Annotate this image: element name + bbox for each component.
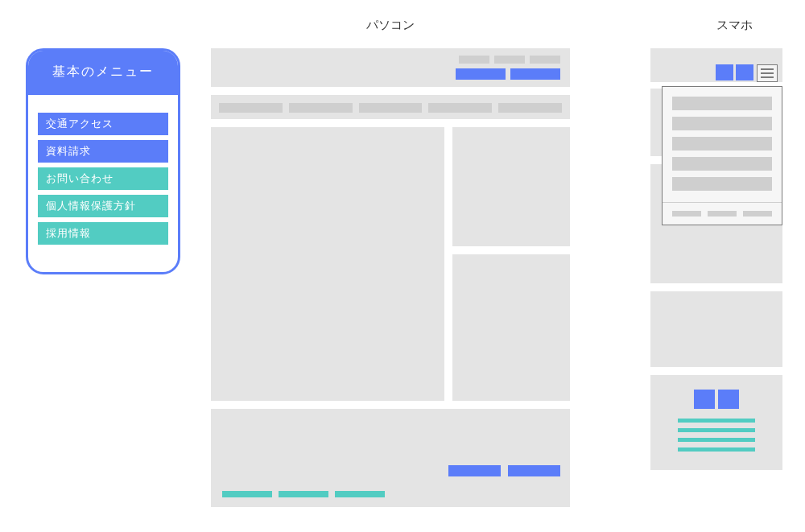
sp-dropdown-menu	[662, 86, 782, 225]
pc-side-block	[452, 254, 570, 401]
pc-footer-links	[222, 491, 385, 497]
sp-dropdown-separator	[663, 202, 782, 203]
sp-content-block	[650, 291, 782, 367]
pc-nav-item[interactable]	[498, 103, 562, 113]
column-title-pc: パソコン	[366, 18, 415, 33]
sp-dropdown-sub-item[interactable]	[672, 211, 701, 217]
pc-header-button[interactable]	[510, 68, 560, 80]
pc-nav-item[interactable]	[289, 103, 353, 113]
sp-footer-links	[678, 419, 755, 452]
column-title-smartphone: スマホ	[716, 18, 753, 33]
pc-header-link[interactable]	[530, 56, 560, 64]
pc-footer-link[interactable]	[279, 491, 328, 497]
sp-footer-link[interactable]	[678, 447, 755, 452]
sp-footer-button[interactable]	[694, 390, 715, 409]
sp-footer-link[interactable]	[678, 419, 755, 423]
pc-footer-button[interactable]	[448, 465, 501, 476]
pc-wireframe	[211, 48, 570, 507]
sp-dropdown-item[interactable]	[672, 177, 772, 191]
sp-dropdown-item[interactable]	[672, 117, 772, 130]
sidebar-menu-card: 基本のメニュー 交通アクセス 資料請求 お問い合わせ 個人情報保護方針 採用情報	[26, 48, 180, 274]
hamburger-bar	[761, 72, 774, 74]
menu-item-contact[interactable]: お問い合わせ	[38, 167, 168, 190]
sp-footer-buttons	[694, 390, 739, 409]
pc-footer-button[interactable]	[508, 465, 560, 476]
sp-dropdown-sub-item[interactable]	[708, 211, 737, 217]
sp-dropdown-item[interactable]	[672, 137, 772, 151]
sp-dropdown-item[interactable]	[672, 157, 772, 171]
pc-main-left	[211, 127, 444, 401]
hamburger-bar	[761, 76, 774, 78]
pc-footer	[211, 409, 570, 507]
pc-nav-item[interactable]	[359, 103, 423, 113]
menu-item-recruit[interactable]: 採用情報	[38, 222, 168, 245]
sidebar-title: 基本のメニュー	[28, 51, 178, 95]
pc-main-right	[452, 127, 570, 401]
pc-header-links	[459, 56, 560, 64]
pc-footer-buttons	[448, 465, 560, 476]
pc-header-button[interactable]	[456, 68, 506, 80]
sp-footer-link[interactable]	[678, 438, 755, 442]
pc-global-nav	[211, 95, 570, 119]
sp-header	[650, 48, 782, 82]
sp-dropdown-item[interactable]	[672, 97, 772, 110]
pc-header-link[interactable]	[494, 56, 525, 64]
sp-header-buttons	[716, 64, 753, 80]
sp-footer-link[interactable]	[678, 428, 755, 432]
pc-footer-link[interactable]	[335, 491, 385, 497]
sp-dropdown-sub	[672, 211, 772, 217]
hamburger-bar	[761, 68, 774, 70]
sp-dropdown-sub-item[interactable]	[743, 211, 772, 217]
pc-header-link[interactable]	[459, 56, 489, 64]
sp-header-button[interactable]	[736, 64, 753, 80]
sp-header-button[interactable]	[716, 64, 733, 80]
menu-item-privacy[interactable]: 個人情報保護方針	[38, 195, 168, 217]
pc-nav-item[interactable]	[219, 103, 283, 113]
sp-footer-button[interactable]	[718, 390, 739, 409]
pc-header-buttons	[456, 68, 560, 80]
menu-item-access[interactable]: 交通アクセス	[38, 113, 168, 135]
pc-footer-link[interactable]	[222, 491, 272, 497]
hamburger-icon[interactable]	[757, 64, 778, 82]
menu-item-request[interactable]: 資料請求	[38, 140, 168, 163]
pc-main-area	[211, 127, 570, 401]
pc-header	[211, 48, 570, 87]
smartphone-wireframe	[650, 48, 782, 470]
sidebar-body: 交通アクセス 資料請求 お問い合わせ 個人情報保護方針 採用情報	[28, 95, 178, 272]
sp-footer	[650, 375, 782, 470]
pc-side-block	[452, 127, 570, 246]
pc-nav-item[interactable]	[428, 103, 492, 113]
